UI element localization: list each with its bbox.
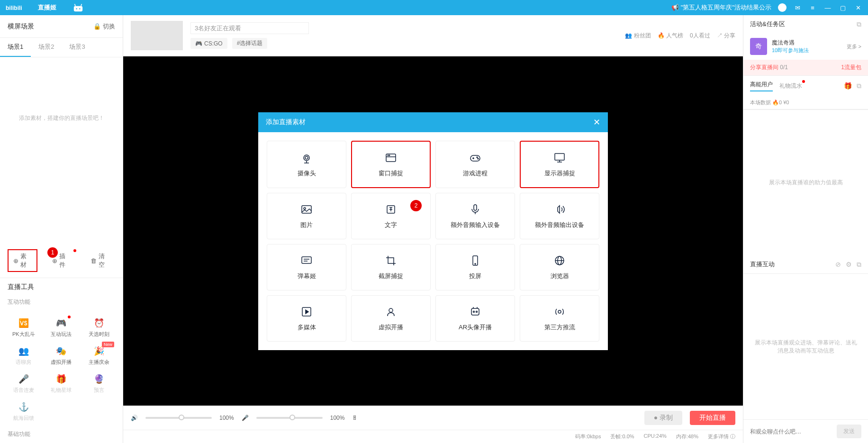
svg-point-37 [389, 308, 393, 312]
topic-tag[interactable]: #选择话题 [232, 38, 268, 49]
tool-voice-link[interactable]: 🎤语音连麦 [6, 371, 42, 397]
mic-mute-icon[interactable]: 🎤 [242, 415, 249, 421]
source-label: 窗口捕捉 [379, 169, 403, 178]
add-material-button[interactable]: ⊕ 素材 [8, 249, 37, 272]
tool-gift-planet[interactable]: 🎁礼物星球 [44, 371, 80, 397]
gift-icon: 🎁 [55, 373, 67, 385]
status-more[interactable]: 更多详情 ⓘ [708, 433, 735, 440]
mic-icon: 🎤 [18, 373, 29, 385]
mic-slider[interactable] [256, 417, 323, 419]
status-drop: 丢帧:0.0% [610, 433, 634, 440]
game-tag[interactable]: 🎮 CS:GO [190, 38, 227, 49]
tool-predict[interactable]: 🔮预言 [81, 371, 117, 397]
event-card[interactable]: 奇 魔法奇遇 10即可参与施法 更多 > [743, 33, 868, 60]
maximize-icon[interactable]: ▢ [839, 3, 847, 12]
minimize-icon[interactable]: — [823, 3, 832, 12]
svg-rect-17 [555, 154, 564, 160]
source-option-virtual[interactable]: 虚拟开播 [351, 295, 431, 342]
event-more-link[interactable]: 更多 > [847, 43, 861, 50]
interaction-icon: 🎮 [55, 317, 67, 329]
tool-sail[interactable]: ⚓航海回馈 [6, 398, 42, 425]
source-option-stream[interactable]: 第三方推流 [520, 295, 599, 342]
tool-pk[interactable]: 🆚PK大乱斗 [6, 315, 42, 341]
tool-voice-room[interactable]: 👥语聊房 [6, 343, 42, 369]
anchor-icon: ⚓ [18, 401, 29, 413]
phone-icon [469, 254, 482, 267]
scene-tab-1[interactable]: 场景1 [0, 38, 31, 57]
chat-send-button[interactable]: 发送 [837, 425, 861, 438]
tool-interaction[interactable]: 🎮互动玩法 [44, 315, 80, 341]
window-icon [384, 151, 398, 164]
source-option-ar[interactable]: AR头像开播 [435, 295, 515, 342]
source-label: 游戏进程 [463, 169, 488, 178]
clear-button[interactable]: 🗑 清空 [85, 250, 115, 271]
svg-point-10 [388, 155, 388, 155]
stream-header: 🎮 CS:GO #选择话题 👥 粉丝团 🔥 人气榜 0人看过 ↗ 分享 [123, 15, 743, 56]
mail-icon[interactable]: ✉ [793, 3, 802, 12]
tools-section: 直播工具 互动功能 🆚PK大乱斗 🎮互动玩法 ⏰天选时刻 👥语聊房 🎭虚拟开播 … [0, 278, 123, 443]
menu-icon[interactable]: ≡ [808, 3, 817, 12]
record-button[interactable]: ● 录制 [644, 411, 682, 425]
tool-grid: 🆚PK大乱斗 🎮互动玩法 ⏰天选时刻 👥语聊房 🎭虚拟开播 🎉主播庆余New 🎤… [0, 311, 123, 428]
scene-header: 横屏场景 🔒 切换 [0, 15, 123, 38]
gift-small-icon[interactable]: 🎁 [844, 82, 852, 90]
start-stream-button[interactable]: 开始直播 [690, 411, 735, 425]
stream-thumbnail[interactable] [131, 21, 183, 50]
source-option-mic[interactable]: 额外音频输入设备 [435, 193, 515, 239]
svg-point-21 [304, 208, 306, 209]
avatar[interactable] [778, 3, 787, 12]
tools-subsection-interaction: 互动功能 [0, 296, 123, 311]
svg-point-32 [475, 263, 476, 264]
source-option-window[interactable]: 窗口捕捉 [351, 141, 431, 188]
danmaku-icon [300, 254, 313, 267]
source-option-text[interactable]: 2文字 [351, 193, 431, 239]
speaker-icon[interactable]: 🔊 [131, 415, 138, 421]
svg-rect-38 [471, 308, 479, 315]
tool-lucky[interactable]: ⏰天选时刻 [81, 315, 117, 341]
speaker-pct: 100% [219, 415, 234, 421]
share-button[interactable]: ↗ 分享 [717, 32, 735, 40]
close-icon[interactable]: ✕ [854, 3, 862, 12]
gear-icon[interactable]: ⚙ [846, 261, 852, 269]
interaction-header: 直播互动 [750, 260, 775, 269]
source-option-gamepad[interactable]: 游戏进程 [435, 141, 515, 188]
titlebar: bilibili 直播姬 📢 "第五人格五周年庆"活动结果公示 ✉ ≡ — ▢ … [0, 0, 868, 15]
popout-icon[interactable]: ⧉ [857, 20, 861, 28]
popout-icon[interactable]: ⧉ [857, 82, 861, 90]
stream-preview[interactable]: 添加直播素材 ✕ 摄像头窗口捕捉游戏进程显示器捕捉图片2文字额外音频输入设备额外… [123, 56, 743, 406]
bilibili-logo-icon: bilibili [6, 3, 34, 12]
block-icon[interactable]: ⊘ [835, 261, 841, 269]
popout-icon[interactable]: ⧉ [857, 261, 861, 269]
equalizer-icon[interactable]: 🎚 [352, 415, 358, 421]
tool-anchor[interactable]: 🎉主播庆余New [81, 343, 117, 369]
source-option-image[interactable]: 图片 [267, 193, 346, 239]
annotation-badge-2: 2 [410, 200, 422, 211]
chat-input[interactable] [750, 425, 833, 438]
source-option-browser[interactable]: 浏览器 [520, 244, 599, 290]
source-option-phone[interactable]: 投屏 [435, 244, 515, 290]
fans-link[interactable]: 👥 粉丝团 [625, 32, 651, 40]
tool-virtual[interactable]: 🎭虚拟开播 [44, 343, 80, 369]
users-empty: 展示本场直播谁的助力值最高 [743, 110, 868, 255]
scene-tab-3[interactable]: 场景3 [62, 38, 92, 57]
source-option-danmaku[interactable]: 弹幕姬 [267, 244, 346, 290]
source-option-crop[interactable]: 截屏捕捉 [351, 244, 431, 290]
source-option-camera[interactable]: 摄像头 [267, 141, 346, 188]
chat-empty: 展示本场直播观众进场、弹幕评论、送礼消息及动画等互动信息 [743, 274, 868, 419]
source-label: 显示器捕捉 [544, 169, 575, 178]
announcement[interactable]: 📢 "第五人格五周年庆"活动结果公示 [671, 3, 771, 12]
svg-point-39 [473, 311, 475, 312]
stream-title-input[interactable] [190, 22, 309, 34]
source-option-speaker[interactable]: 额外音频输出设备 [520, 193, 599, 239]
rank-link[interactable]: 🔥 人气榜 [658, 32, 683, 40]
tab-gifts[interactable]: 礼物流水 [779, 82, 802, 90]
share-banner[interactable]: 分享直播间 0/1 1流量包 [743, 60, 868, 75]
speaker-slider[interactable] [145, 417, 212, 419]
source-option-monitor[interactable]: 显示器捕捉 [520, 141, 599, 188]
scene-tab-2[interactable]: 场景2 [31, 38, 62, 57]
tab-high-users[interactable]: 高能用户 [750, 81, 773, 91]
source-option-media[interactable]: 多媒体 [267, 295, 346, 342]
scene-switch-button[interactable]: 🔒 切换 [93, 22, 115, 31]
source-label: 第三方推流 [544, 323, 575, 332]
modal-close-button[interactable]: ✕ [593, 117, 600, 127]
